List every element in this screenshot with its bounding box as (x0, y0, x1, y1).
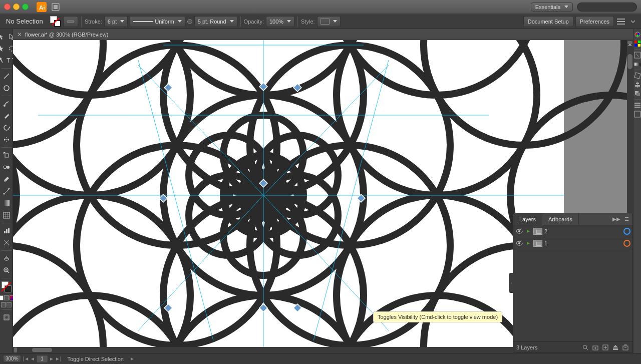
normal-mode[interactable] (1, 302, 6, 307)
panel-collapse-button[interactable]: ‹ (509, 273, 513, 293)
last-page-button[interactable]: ►| (55, 356, 62, 361)
svg-rect-113 (634, 73, 640, 79)
style-selector[interactable] (317, 16, 341, 27)
screen-mode-icon[interactable] (51, 2, 61, 12)
layer-row-2[interactable]: 2 (513, 225, 632, 237)
document-setup-button[interactable]: Document Setup (523, 16, 573, 27)
move-to-layer-button[interactable] (611, 343, 619, 351)
new-layer-button[interactable] (601, 343, 609, 351)
screen-mode-buttons (1, 302, 12, 307)
layer-2-visibility-toggle[interactable] (515, 227, 523, 235)
scroll-thumb[interactable] (627, 54, 632, 69)
mesh-tool[interactable] (1, 210, 12, 221)
svg-point-105 (636, 35, 638, 37)
layer-1-target[interactable] (623, 240, 630, 247)
statusbar: 300% |◄ ◄ ► ►| Toggle Direct Selection ► (0, 353, 641, 364)
toolbar-divider-1 (81, 17, 82, 27)
layers-icon[interactable] (634, 102, 641, 109)
color-panel-icon[interactable] (634, 31, 641, 38)
workspace-selector[interactable]: Essentials (531, 3, 573, 12)
align-icon[interactable] (634, 81, 641, 88)
full-mode[interactable] (7, 302, 12, 307)
zoom-tool[interactable] (1, 265, 12, 276)
svg-rect-18 (5, 154, 9, 157)
delete-layer-button[interactable] (621, 343, 629, 351)
stroke-cap-selector[interactable]: 5 pt. Round (194, 16, 237, 27)
collapse-panel-button[interactable] (628, 17, 638, 27)
reflect-tool[interactable] (1, 134, 12, 145)
layer-1-expand[interactable] (525, 240, 531, 246)
layer-1-visibility-toggle[interactable] (515, 239, 523, 247)
stroke-panel-icon[interactable] (634, 52, 641, 59)
search-input[interactable] (577, 3, 637, 12)
svg-line-13 (4, 74, 9, 79)
next-page-button[interactable]: ► (49, 356, 54, 361)
svg-point-23 (3, 193, 5, 195)
svg-rect-5 (67, 21, 74, 23)
line-segment-tool[interactable] (1, 71, 12, 82)
layer-2-target[interactable] (623, 228, 630, 235)
gradient-panel-icon[interactable] (634, 61, 641, 68)
stroke-profile-selector[interactable]: Uniform (130, 16, 185, 27)
scroll-left-arrow[interactable] (14, 347, 17, 352)
svg-point-129 (583, 345, 587, 348)
no-paint-button[interactable] (4, 295, 9, 300)
color-fill-button[interactable] (0, 295, 4, 300)
stroke-weight-input[interactable]: 6 pt (104, 16, 128, 27)
stroke-type-selector[interactable] (63, 16, 78, 27)
preferences-button[interactable]: Preferences (575, 16, 614, 27)
prev-page-button[interactable]: ◄ (30, 356, 35, 361)
zoom-input[interactable]: 300% (3, 355, 21, 362)
magic-wand-tool[interactable] (0, 43, 6, 54)
layers-search-button[interactable] (581, 343, 589, 351)
minimize-button[interactable] (13, 4, 20, 10)
stroke-profile-icon (133, 19, 153, 25)
scroll-hthumb[interactable] (32, 348, 52, 352)
artboard-tool[interactable] (1, 312, 12, 323)
new-sublayer-button[interactable] (591, 343, 599, 351)
maximize-button[interactable] (22, 4, 29, 10)
svg-line-22 (4, 189, 9, 194)
slice-tool[interactable] (1, 237, 12, 248)
color-swatches[interactable] (1, 281, 13, 292)
status-arrow-button[interactable]: ► (130, 356, 135, 361)
paintbrush-tool[interactable] (1, 98, 12, 109)
scale-tool[interactable] (1, 150, 12, 161)
opacity-input[interactable]: 100% (266, 16, 294, 27)
scroll-up-arrow[interactable] (627, 41, 632, 44)
svg-rect-109 (638, 44, 640, 47)
artboards-icon[interactable] (634, 111, 641, 118)
layer-2-expand[interactable] (525, 228, 531, 234)
svg-rect-3 (54, 5, 58, 9)
swatches-icon[interactable] (634, 40, 641, 47)
svg-rect-26 (4, 212, 10, 218)
pen-tool[interactable] (0, 55, 6, 66)
page-input[interactable] (36, 355, 48, 363)
chart-tool[interactable] (1, 225, 12, 236)
gradient-tool[interactable] (1, 198, 12, 209)
blend-tool[interactable] (1, 162, 12, 173)
rotate-tool[interactable] (1, 122, 12, 133)
artboards-tab[interactable]: Artboards (542, 213, 579, 225)
layers-panel: ‹ Layers Artboards ▶▶ ☰ 2 (513, 213, 633, 353)
layer-row-1[interactable]: 1 (513, 237, 632, 249)
close-button[interactable] (4, 4, 11, 10)
first-page-button[interactable]: |◄ (23, 356, 30, 361)
pencil-tool[interactable] (1, 110, 12, 121)
svg-rect-120 (634, 105, 640, 106)
layers-close[interactable]: ☰ (622, 215, 630, 223)
eyedropper-tool[interactable] (1, 174, 12, 185)
svg-line-111 (636, 54, 639, 57)
arrange-panels-button[interactable] (616, 17, 626, 27)
canvas-tab: ✕ flower.ai* @ 300% (RGB/Preview) (13, 29, 633, 40)
transform-icon[interactable] (634, 72, 641, 79)
measure-tool[interactable] (1, 186, 12, 197)
fill-stroke-indicator[interactable] (50, 16, 61, 27)
selection-tool[interactable] (0, 31, 6, 42)
layers-menu-expand[interactable]: ▶▶ (612, 215, 620, 223)
tab-close-icon[interactable]: ✕ (17, 31, 22, 38)
hand-tool[interactable] (1, 253, 12, 264)
layers-tab[interactable]: Layers (513, 213, 542, 225)
ellipse-tool[interactable] (1, 83, 12, 94)
pathfinder-icon[interactable] (634, 90, 641, 97)
